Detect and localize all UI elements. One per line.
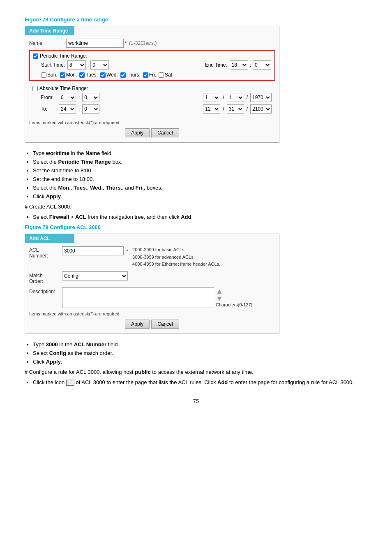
mon-checkbox[interactable]: [60, 72, 65, 78]
to-month-select[interactable]: 12: [203, 104, 220, 114]
figure79-note: Items marked with an asterisk(*) are req…: [29, 311, 275, 316]
figure79-panel-header: Add ACL: [25, 234, 74, 243]
figure79-title: Figure 79 Configure ACL 3000: [25, 224, 367, 230]
to-year-select[interactable]: 2100: [250, 104, 272, 114]
hash1-bullet: Select Firewall > ACL from the navigatio…: [33, 214, 367, 220]
end-time-label: End Time:: [205, 62, 227, 68]
hash2-bullet-list: Click the icon 📄 of ACL 3000 to enter th…: [33, 379, 367, 386]
end-min-select[interactable]: 0: [253, 60, 271, 70]
name-input[interactable]: [66, 39, 124, 48]
periodic-label: Periodic Time Range:: [40, 53, 87, 59]
page-number: 75: [25, 398, 367, 404]
bullet78-2: Select the Periodic Time Range box.: [33, 159, 367, 165]
acl-number-label: ACL Number:: [29, 246, 62, 259]
thurs-checkbox[interactable]: [120, 72, 126, 78]
end-hour-select[interactable]: 18: [230, 60, 248, 70]
bullet78-5: Select the Mon., Tues., Wed., Thurs., an…: [33, 185, 367, 191]
hash2-bullet: Click the icon 📄 of ACL 3000 to enter th…: [33, 379, 367, 386]
figure79-panel: Add ACL ACL Number: * 2000-2999 for basi…: [25, 234, 279, 334]
figure79-apply-button[interactable]: Apply: [125, 320, 150, 329]
hash-note-1: # Create ACL 3000.: [25, 204, 367, 210]
to-label: To:: [41, 106, 57, 112]
name-hint: (1-32Chars.): [129, 40, 157, 46]
start-time-label: Start Time:: [41, 62, 65, 68]
figure78-apply-button[interactable]: Apply: [125, 128, 150, 137]
sun-checkbox[interactable]: [41, 72, 46, 78]
figure78-panel-header: Add Time Range: [25, 26, 74, 35]
from-min-select[interactable]: 0: [82, 93, 99, 102]
bullet78-1: Type worktime in the Name field.: [33, 150, 367, 156]
sun-label: Sun.: [47, 72, 58, 78]
description-label: Description:: [29, 287, 62, 294]
sat-label: Sat.: [165, 72, 173, 78]
bullets79-list: Type 3000 in the ACL Number field. Selec…: [33, 341, 367, 365]
start-min-select[interactable]: 0: [90, 60, 109, 70]
to-min-select[interactable]: 0: [82, 104, 99, 114]
hash-note-2: # Configure a rule for ACL 3000, allowin…: [25, 369, 367, 375]
fri-checkbox[interactable]: [143, 72, 148, 78]
to-hour-select[interactable]: 24: [59, 104, 76, 114]
wed-checkbox[interactable]: [100, 72, 106, 78]
wed-label: Wed.: [106, 72, 118, 78]
from-label: From:: [41, 95, 57, 100]
bullet79-1: Type 3000 in the ACL Number field.: [33, 341, 367, 348]
match-order-label: Match Order:: [29, 271, 62, 284]
mon-label: Mon.: [66, 72, 77, 78]
acl-number-input[interactable]: [62, 246, 124, 255]
bullet79-3: Click Apply.: [33, 359, 367, 365]
figure78-note: Items marked with an asterisk(*) are req…: [29, 120, 275, 125]
bullet78-6: Click Apply.: [33, 193, 367, 199]
acl-icon: 📄: [66, 380, 74, 386]
from-month-select[interactable]: 1: [203, 93, 220, 102]
bullet79-2: Select Config as the match order.: [33, 350, 367, 356]
name-required: *: [125, 40, 127, 46]
start-hour-select[interactable]: 8: [67, 60, 86, 70]
figure79-cancel-button[interactable]: Cancel: [151, 320, 179, 329]
from-year-select[interactable]: 1970: [250, 93, 272, 102]
tues-checkbox[interactable]: [79, 72, 85, 78]
sat-checkbox[interactable]: [159, 72, 164, 78]
description-textarea[interactable]: [62, 287, 214, 308]
thurs-label: Thurs.: [127, 72, 141, 78]
acl-info: 2000-2999 for basic ACLs. 3000-3999 for …: [132, 246, 220, 268]
bullet78-3: Set the start time to 8:00.: [33, 167, 367, 174]
figure78-panel: Add Time Range Name: * (1-32Chars.) Peri…: [25, 26, 279, 143]
bullets78-list: Type worktime in the Name field. Select …: [33, 150, 367, 199]
figure78-title: Figure 78 Configure a time range: [25, 16, 367, 23]
bullet78-4: Set the end time to 18:00.: [33, 176, 367, 182]
chars-hint: Characters(0-127): [216, 302, 252, 307]
absolute-label: Absolute Time Range:: [39, 86, 88, 91]
from-day-select[interactable]: 1: [227, 93, 244, 102]
match-order-select[interactable]: Config: [62, 271, 128, 280]
absolute-checkbox[interactable]: [32, 86, 38, 91]
fri-label: Fri.: [149, 72, 156, 78]
name-label: Name:: [29, 40, 66, 46]
tues-label: Tues.: [85, 72, 98, 78]
hash1-bullet-list: Select Firewall > ACL from the navigatio…: [33, 214, 367, 220]
acl-required: *: [126, 248, 128, 254]
to-day-select[interactable]: 31: [227, 104, 244, 114]
periodic-checkbox[interactable]: [33, 53, 38, 59]
figure78-cancel-button[interactable]: Cancel: [151, 128, 179, 137]
from-hour-select[interactable]: 0: [59, 93, 76, 102]
